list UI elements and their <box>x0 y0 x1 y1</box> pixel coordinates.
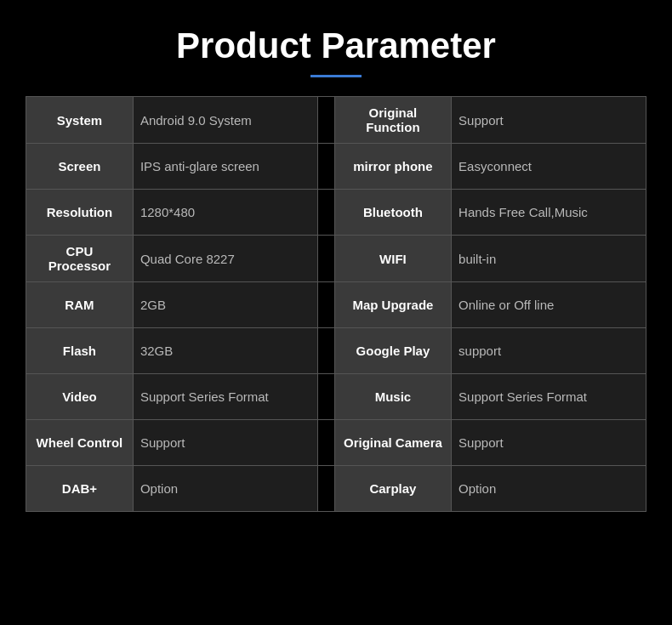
left-value-6: Support Series Format <box>133 374 317 420</box>
right-label-6: Music <box>334 374 451 420</box>
left-label-8: DAB+ <box>26 466 134 512</box>
left-value-7: Support <box>133 420 317 466</box>
right-label-8: Carplay <box>334 466 451 512</box>
right-value-2: Hands Free Call,Music <box>452 190 646 236</box>
left-label-7: Wheel Control <box>26 420 134 466</box>
divider-5 <box>318 328 334 374</box>
left-value-0: Android 9.0 System <box>133 97 317 144</box>
left-label-6: Video <box>26 374 134 420</box>
left-label-5: Flash <box>26 328 134 374</box>
right-label-5: Google Play <box>334 328 451 374</box>
left-label-4: RAM <box>26 282 134 328</box>
left-label-0: System <box>26 97 134 144</box>
right-label-3: WIFI <box>334 236 451 282</box>
left-label-2: Resolution <box>26 190 134 236</box>
left-label-1: Screen <box>26 144 134 190</box>
right-label-7: Original Camera <box>334 420 451 466</box>
page-title: Product Parameter <box>176 26 496 66</box>
left-value-8: Option <box>133 466 317 512</box>
divider-6 <box>318 374 334 420</box>
right-label-4: Map Upgrade <box>334 282 451 328</box>
right-value-0: Support <box>452 97 646 144</box>
title-underline <box>310 75 362 77</box>
divider-3 <box>318 236 334 282</box>
right-value-7: Support <box>452 420 646 466</box>
right-value-1: Easyconnect <box>452 144 646 190</box>
right-label-2: Bluetooth <box>334 190 451 236</box>
left-value-2: 1280*480 <box>133 190 317 236</box>
divider-1 <box>318 144 334 190</box>
left-value-4: 2GB <box>133 282 317 328</box>
right-value-4: Online or Off line <box>452 282 646 328</box>
left-label-3: CPU Processor <box>26 236 134 282</box>
right-value-8: Option <box>452 466 646 512</box>
divider-2 <box>318 190 334 236</box>
left-value-5: 32GB <box>133 328 317 374</box>
parameter-table: SystemAndroid 9.0 SystemOriginal Functio… <box>26 96 646 512</box>
divider-7 <box>318 420 334 466</box>
divider-4 <box>318 282 334 328</box>
left-value-3: Quad Core 8227 <box>133 236 317 282</box>
right-value-6: Support Series Format <box>452 374 646 420</box>
right-value-3: built-in <box>452 236 646 282</box>
right-label-0: Original Function <box>334 97 451 144</box>
divider-8 <box>318 466 334 512</box>
divider-0 <box>318 97 334 144</box>
right-label-1: mirror phone <box>334 144 451 190</box>
right-value-5: support <box>452 328 646 374</box>
left-value-1: IPS anti-glare screen <box>133 144 317 190</box>
